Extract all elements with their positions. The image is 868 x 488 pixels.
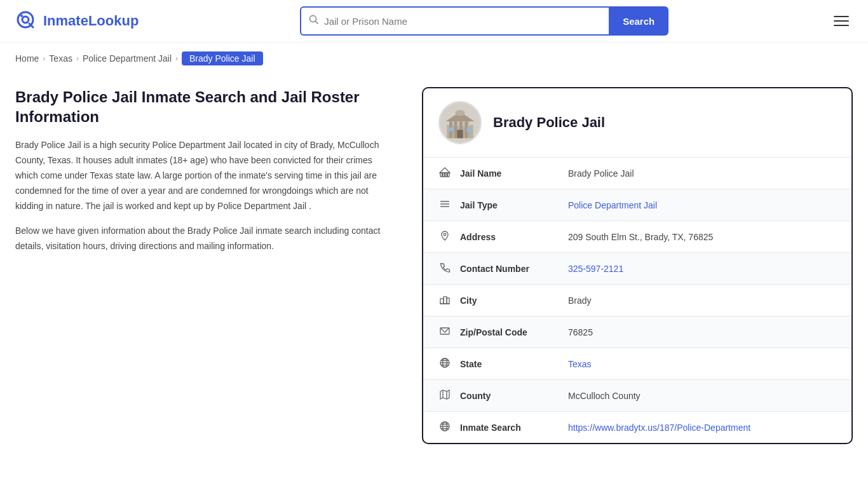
info-table: Jail Name Brady Police Jail Jail Type Po… [423,158,851,443]
svg-rect-20 [442,173,444,177]
chevron-icon-3: › [175,54,178,63]
table-row: Contact Number 325-597-2121 [423,253,851,285]
svg-rect-21 [444,173,446,177]
svg-marker-37 [440,390,449,399]
info-link[interactable]: Police Department Jail [568,200,657,210]
row-label: Inmate Search [454,412,555,444]
chevron-icon-1: › [43,54,45,63]
svg-point-17 [455,110,465,116]
info-card: Brady Police Jail Jail Name Brady Police… [422,87,853,444]
row-label: City [454,285,555,316]
page-heading: Brady Police Jail Inmate Search and Jail… [15,87,397,126]
info-value: McCulloch County [568,391,641,401]
card-header: Brady Police Jail [423,88,851,158]
svg-rect-29 [447,298,449,304]
row-label: Jail Name [454,158,555,189]
row-value: Brady Police Jail [555,158,851,189]
row-value: 209 South Elm St., Brady, TX, 76825 [555,221,851,253]
info-value: 76825 [568,327,593,337]
hamburger-line-3 [834,25,849,26]
breadcrumb: Home › Texas › Police Department Jail › … [0,43,868,74]
row-value[interactable]: Texas [555,348,851,380]
row-icon [423,253,454,285]
table-row: Address 209 South Elm St., Brady, TX, 76… [423,221,851,253]
row-icon [423,380,454,412]
svg-marker-19 [440,168,450,173]
row-icon [423,158,454,189]
breadcrumb-texas[interactable]: Texas [49,53,72,64]
row-icon [423,348,454,380]
header: InmateLookup Search [0,0,868,43]
table-row: Zip/Postal Code 76825 [423,316,851,348]
svg-point-1 [22,17,29,23]
info-link[interactable]: https://www.bradytx.us/187/Police-Depart… [568,423,750,433]
logo-icon [15,10,38,32]
page-description-1: Brady Police Jail is a high security Pol… [15,138,397,214]
svg-rect-22 [447,173,449,177]
row-value: 76825 [555,316,851,348]
row-label: Address [454,221,555,253]
svg-rect-10 [454,121,458,138]
logo-link[interactable]: InmateLookup [15,10,139,32]
row-value[interactable]: https://www.bradytx.us/187/Police-Depart… [555,412,851,444]
row-label: Jail Type [454,189,555,221]
info-value: 209 South Elm St., Brady, TX, 76825 [568,232,713,242]
row-icon [423,221,454,253]
svg-rect-14 [457,130,463,138]
row-value[interactable]: Police Department Jail [555,189,851,221]
info-value: Brady [568,295,592,306]
row-icon [423,285,454,316]
svg-rect-27 [440,299,444,304]
search-input-wrapper [300,6,609,36]
svg-rect-16 [466,128,471,132]
page-description-2: Below we have given information about th… [15,224,397,254]
table-row: County McCulloch County [423,380,851,412]
row-value: McCulloch County [555,380,851,412]
hamburger-menu[interactable] [830,12,853,30]
row-value[interactable]: 325-597-2121 [555,253,851,285]
left-panel: Brady Police Jail Inmate Search and Jail… [15,87,422,264]
row-icon [423,316,454,348]
row-label: County [454,380,555,412]
svg-point-3 [20,15,23,17]
table-row: Inmate Search https://www.bradytx.us/187… [423,412,851,444]
logo-text: InmateLookup [43,13,139,29]
row-icon [423,412,454,444]
search-input[interactable] [324,16,601,27]
table-row: State Texas [423,348,851,380]
chevron-icon-2: › [76,54,79,63]
table-row: City Brady [423,285,851,316]
info-link[interactable]: 325-597-2121 [568,264,623,274]
info-value: Brady Police Jail [568,168,634,179]
search-icon [309,15,319,27]
svg-rect-28 [444,297,447,304]
hamburger-line-2 [834,20,849,22]
svg-rect-15 [449,128,454,132]
row-label: Contact Number [454,253,555,285]
row-icon [423,189,454,221]
search-button[interactable]: Search [609,6,668,36]
row-value: Brady [555,285,851,316]
search-bar: Search [300,6,668,36]
breadcrumb-police-dept[interactable]: Police Department Jail [83,53,172,64]
breadcrumb-home[interactable]: Home [15,53,39,64]
hamburger-line-1 [834,16,849,17]
info-link[interactable]: Texas [568,359,592,369]
card-title: Brady Police Jail [493,114,605,131]
row-label: Zip/Postal Code [454,316,555,348]
main-content: Brady Police Jail Inmate Search and Jail… [0,74,868,457]
svg-point-26 [444,233,446,236]
breadcrumb-current: Brady Police Jail [182,51,263,65]
table-row: Jail Type Police Department Jail [423,189,851,221]
jail-avatar [438,101,482,144]
table-row: Jail Name Brady Police Jail [423,158,851,189]
svg-line-5 [316,22,318,24]
row-label: State [454,348,555,380]
